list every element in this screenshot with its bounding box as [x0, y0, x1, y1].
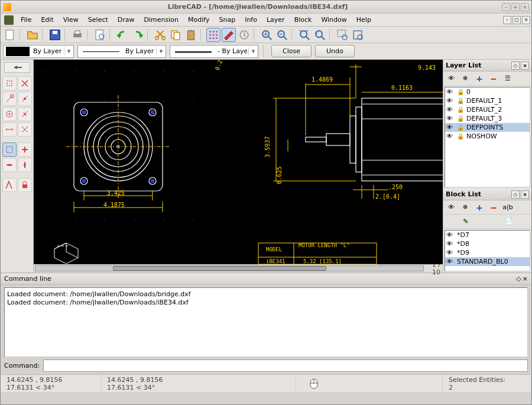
- menu-modify[interactable]: Modify: [183, 15, 214, 25]
- block-list[interactable]: 👁*D7 👁*D8 👁*D9 👁STANDARD_BL0: [445, 230, 530, 271]
- menu-window[interactable]: Window: [316, 15, 351, 25]
- paste-button[interactable]: [184, 28, 198, 42]
- chevron-down-icon[interactable]: ▾: [156, 47, 166, 55]
- snap-free-tool[interactable]: [18, 76, 32, 90]
- lock-icon[interactable]: 🔒: [457, 89, 464, 95]
- remove-block-button[interactable]: −: [487, 202, 500, 213]
- restrict-nothing-tool[interactable]: [2, 142, 17, 157]
- new-file-button[interactable]: [3, 28, 17, 42]
- open-file-button[interactable]: [25, 28, 40, 42]
- layer-row[interactable]: 👁🔒DEFAULT_1: [445, 96, 530, 105]
- eye-icon[interactable]: 👁: [446, 231, 455, 239]
- chevron-down-icon[interactable]: ▾: [64, 47, 73, 55]
- add-layer-button[interactable]: +: [473, 73, 486, 85]
- zoom-window-button[interactable]: [335, 28, 349, 42]
- insert-block-button[interactable]: 📄: [502, 216, 515, 228]
- menu-help[interactable]: Help: [352, 15, 376, 25]
- drawing-area[interactable]: 0.2725 1.4869 9.143 0.1163 3.5937 0.625 …: [34, 60, 443, 273]
- panel-float-icon[interactable]: ◇: [511, 190, 520, 199]
- menu-snap[interactable]: Snap: [214, 15, 240, 25]
- snap-grid-tool[interactable]: [2, 76, 17, 90]
- layer-attributes-button[interactable]: ☰: [501, 73, 514, 85]
- menu-view[interactable]: View: [59, 15, 83, 25]
- block-freeze-icon[interactable]: ❄: [459, 202, 472, 213]
- cut-button[interactable]: [153, 28, 167, 42]
- grid-toggle-button[interactable]: [206, 28, 220, 42]
- print-preview-button[interactable]: [93, 28, 107, 42]
- tool-back-button[interactable]: [4, 62, 30, 73]
- zoom-in-button[interactable]: [259, 28, 274, 42]
- block-row[interactable]: 👁*D8: [445, 239, 530, 248]
- color-selector[interactable]: ▾: [3, 45, 74, 58]
- command-log[interactable]: Loaded document: /home/jlwallen/Download…: [4, 287, 528, 357]
- rename-block-button[interactable]: a|b: [501, 202, 514, 213]
- linewidth-selector[interactable]: ▾: [170, 45, 258, 58]
- layer-visibility-icon[interactable]: 👁: [445, 73, 458, 85]
- block-row[interactable]: 👁*D9: [445, 248, 530, 257]
- color-value[interactable]: [32, 46, 64, 56]
- relative-zero-tool[interactable]: [2, 178, 17, 192]
- mdi-minimize-button[interactable]: –: [503, 16, 511, 24]
- panel-close-icon[interactable]: ×: [521, 61, 529, 70]
- print-button[interactable]: [70, 28, 85, 42]
- redo-button[interactable]: [131, 28, 145, 42]
- layer-row[interactable]: 👁🔒DEFPOINTS: [445, 123, 530, 132]
- eye-icon[interactable]: 👁: [446, 132, 455, 140]
- eye-icon[interactable]: 👁: [446, 106, 455, 114]
- zoom-out-button[interactable]: [275, 28, 289, 42]
- menu-select[interactable]: Select: [83, 15, 113, 25]
- undo-button[interactable]: [115, 28, 129, 42]
- block-visibility-icon[interactable]: 👁: [445, 202, 458, 213]
- panel-close-icon[interactable]: ×: [521, 190, 529, 199]
- eye-icon[interactable]: 👁: [446, 88, 455, 96]
- save-file-button[interactable]: [48, 28, 62, 42]
- linewidth-value[interactable]: [216, 46, 248, 56]
- statusbar-toggle-button[interactable]: [237, 28, 251, 42]
- zoom-auto-button[interactable]: [297, 28, 312, 42]
- close-window-button[interactable]: ×: [521, 3, 529, 11]
- edit-block-button[interactable]: ✎: [459, 216, 472, 228]
- eye-icon[interactable]: 👁: [446, 124, 455, 131]
- layer-row[interactable]: 👁🔒DEFAULT_3: [445, 114, 530, 123]
- panel-float-icon[interactable]: ◇: [516, 275, 521, 283]
- layer-row[interactable]: 👁🔒0: [445, 88, 530, 96]
- eye-icon[interactable]: 👁: [446, 240, 455, 248]
- menu-edit[interactable]: Edit: [36, 15, 58, 25]
- menu-draw[interactable]: Draw: [113, 15, 140, 25]
- menu-dimension[interactable]: Dimension: [140, 15, 183, 25]
- remove-layer-button[interactable]: −: [487, 73, 500, 85]
- snap-endpoint-tool[interactable]: [2, 92, 17, 106]
- zoom-pan-button[interactable]: [351, 28, 365, 42]
- mdi-close-button[interactable]: ×: [522, 16, 530, 24]
- block-row[interactable]: 👁*D7: [445, 231, 530, 239]
- layer-row[interactable]: 👁🔒DEFAULT_2: [445, 105, 530, 114]
- close-button[interactable]: Close: [271, 45, 312, 57]
- eye-icon[interactable]: 👁: [446, 115, 455, 122]
- lock-icon[interactable]: 🔒: [457, 106, 464, 113]
- restrict-orthogonal-tool[interactable]: [18, 142, 32, 157]
- snap-center-tool[interactable]: [2, 107, 17, 121]
- menu-layer[interactable]: Layer: [262, 15, 290, 25]
- add-block-button[interactable]: +: [473, 202, 486, 213]
- menu-file[interactable]: File: [16, 15, 36, 25]
- lock-icon[interactable]: 🔒: [457, 133, 464, 140]
- menu-block[interactable]: Block: [290, 15, 317, 25]
- snap-middle-tool[interactable]: [18, 107, 32, 121]
- linetype-selector[interactable]: ▾: [77, 45, 166, 58]
- menu-info[interactable]: Info: [240, 15, 262, 25]
- snap-intersection-tool[interactable]: [18, 122, 32, 137]
- lock-icon[interactable]: 🔒: [457, 115, 464, 122]
- eye-icon[interactable]: 👁: [446, 258, 455, 265]
- layer-row[interactable]: 👁🔒NOSHOW: [445, 132, 530, 141]
- layer-freeze-icon[interactable]: ❄: [459, 73, 472, 85]
- maximize-button[interactable]: +: [511, 3, 520, 11]
- copy-button[interactable]: [168, 28, 183, 42]
- mdi-restore-button[interactable]: □: [512, 16, 521, 24]
- draft-mode-button[interactable]: [222, 28, 236, 42]
- linetype-value[interactable]: [124, 46, 156, 56]
- panel-close-icon[interactable]: ×: [523, 275, 528, 283]
- horizontal-scrollbar[interactable]: 1 / 10: [34, 264, 443, 273]
- layer-list[interactable]: 👁🔒0 👁🔒DEFAULT_1 👁🔒DEFAULT_2 👁🔒DEFAULT_3 …: [445, 87, 530, 187]
- zoom-previous-button[interactable]: [313, 28, 327, 42]
- minimize-button[interactable]: –: [502, 3, 510, 11]
